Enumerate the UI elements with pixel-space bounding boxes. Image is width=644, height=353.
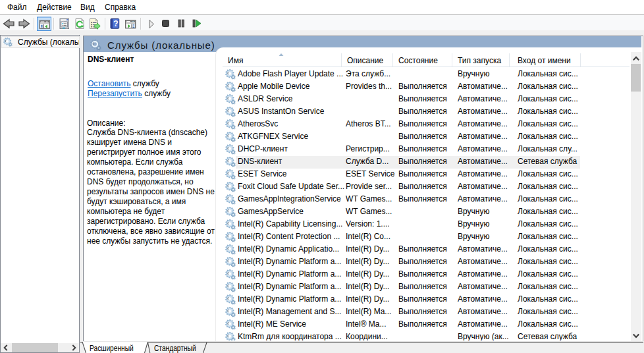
svg-text:?: ? — [113, 19, 119, 28]
